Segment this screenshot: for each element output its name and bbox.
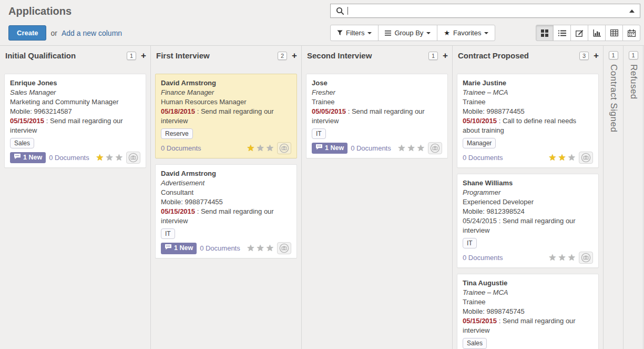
documents-link[interactable]: 0 Documents [463,153,503,163]
tag-row: IT [463,238,593,249]
activity-separator: : [44,117,50,125]
camera-icon[interactable] [277,142,291,154]
priority-star-icon[interactable]: ★ [548,253,556,262]
group-by-button[interactable]: Group By [378,25,437,41]
card-mobile: Mobile: 9963214587 [10,107,140,116]
star-icon: ★ [444,29,450,37]
unread-messages-badge[interactable]: 1 New [10,152,46,163]
column-title: Initial Qualification [5,51,127,60]
kanban-column: Contract Proposed3+Marie JustineTrainee … [453,46,604,349]
card-list: David ArmstrongFinance ManagerHuman Reso… [151,60,301,258]
camera-icon[interactable] [126,152,140,164]
priority-star-icon[interactable]: ★ [247,244,254,253]
priority-star-icon[interactable]: ★ [407,144,415,153]
add-record-button[interactable]: + [443,51,448,60]
priority-star-icon[interactable]: ★ [247,144,254,153]
activity-date: 05/15/2015 [10,117,44,125]
calendar-view-button[interactable] [622,25,640,41]
kanban-view-button[interactable] [536,25,554,41]
folded-column[interactable]: 1Refused [623,46,643,349]
column-count-badge: 2 [278,52,287,60]
tag-badge: Sales [10,138,34,149]
column-header: Initial Qualification1+ [0,46,150,60]
folded-column-title: Contract Signed [608,64,619,132]
priority-star-icon[interactable]: ★ [548,153,556,162]
card-footer: 0 Documents★★★ [463,252,593,264]
kanban-board: Initial Qualification1+Enrique JonesSale… [0,46,644,349]
priority-star-icon[interactable]: ★ [417,144,425,153]
priority-star-icon[interactable]: ★ [568,153,576,162]
kanban-card[interactable]: Enrique JonesSales ManagerMarketing and … [4,74,146,168]
column-header: First Interview2+ [151,46,301,60]
activity-separator: : [195,107,201,115]
unread-messages-badge[interactable]: 1 New [312,143,347,154]
priority-star-icon[interactable]: ★ [266,244,274,253]
tag-badge: IT [463,238,477,249]
priority-star-icon[interactable]: ★ [257,244,264,253]
kanban-card[interactable]: Shane WilliamsProgrammerExperienced Deve… [457,174,599,268]
kanban-card[interactable]: JoseFresherTrainee05/05/2015 : Send mail… [306,74,448,158]
kanban-card[interactable]: Tina AugustieTrainee – MCATraineeMobile:… [457,274,599,349]
camera-icon[interactable] [579,152,593,164]
add-record-button[interactable]: + [594,51,599,60]
priority-star-icon[interactable]: ★ [397,144,405,153]
documents-link[interactable]: 0 Documents [463,253,503,263]
create-button[interactable]: Create [8,25,46,41]
priority-star-icon[interactable]: ★ [558,153,566,162]
bar-chart-icon [593,29,601,37]
graph-view-button[interactable] [588,25,606,41]
filters-label: Filters [346,29,364,37]
search-icon [336,7,344,15]
documents-link[interactable]: 0 Documents [49,153,89,163]
form-view-button[interactable] [570,25,588,41]
column-count-badge: 3 [579,52,589,60]
card-source: Programmer [463,188,593,197]
add-column-link[interactable]: Add a new column [62,29,122,37]
camera-icon[interactable] [428,142,442,154]
column-count-badge: 1 [629,51,638,59]
search-expand-icon[interactable] [629,9,635,13]
calendar-icon [628,29,636,37]
documents-link[interactable]: 0 Documents [161,144,201,153]
list-view-button[interactable] [553,25,571,41]
priority-star-icon[interactable]: ★ [568,253,576,262]
unread-messages-badge[interactable]: 1 New [161,243,197,254]
search-input[interactable] [348,5,629,17]
search-bar[interactable] [330,4,640,18]
pivot-table-icon [610,29,618,36]
documents-link[interactable]: 0 Documents [351,144,391,153]
priority-star-icon[interactable]: ★ [115,153,123,162]
priority-star-icon[interactable]: ★ [96,153,104,162]
favorites-button[interactable]: ★ Favorites [437,25,495,41]
camera-icon[interactable] [277,242,291,254]
documents-link[interactable]: 0 Documents [200,244,240,253]
priority-star-icon[interactable]: ★ [266,144,274,153]
column-count-badge: 1 [609,51,618,59]
card-mobile: Mobile: 9988774455 [161,197,291,207]
card-footer-right: ★★★ [96,152,140,164]
camera-icon[interactable] [579,252,593,264]
tag-row: IT [312,128,442,139]
kanban-column: First Interview2+David ArmstrongFinance … [151,46,302,349]
filter-icon [337,30,343,36]
folded-column[interactable]: 1Contract Signed [604,46,623,349]
kanban-card[interactable]: Marie JustineTrainee – MCATraineeMobile:… [457,74,599,168]
kanban-card[interactable]: David ArmstrongFinance ManagerHuman Reso… [155,74,297,158]
add-record-button[interactable]: + [141,51,146,60]
priority-star-icon[interactable]: ★ [558,253,566,262]
kanban-card[interactable]: David ArmstrongAdvertisementConsultantMo… [155,164,297,258]
card-footer-left: 1 New0 Documents [312,143,397,154]
column-count-badge: 1 [127,52,136,60]
priority-star-icon[interactable]: ★ [106,153,114,162]
tag-badge: Reserve [161,128,193,139]
activity-date: 05/18/2015 [161,107,195,115]
pivot-view-button[interactable] [605,25,623,41]
filters-button[interactable]: Filters [330,25,379,41]
priority-star-icon[interactable]: ★ [257,144,264,153]
card-footer-right: ★★★ [397,142,442,154]
add-record-button[interactable]: + [292,51,297,60]
card-activity: 05/15/2015 : Send mail regarding our int… [463,316,593,335]
column-title: Second Interview [307,51,428,60]
search-options-group: Filters Group By ★ Favorites [330,25,495,41]
activity-separator: : [497,217,503,225]
